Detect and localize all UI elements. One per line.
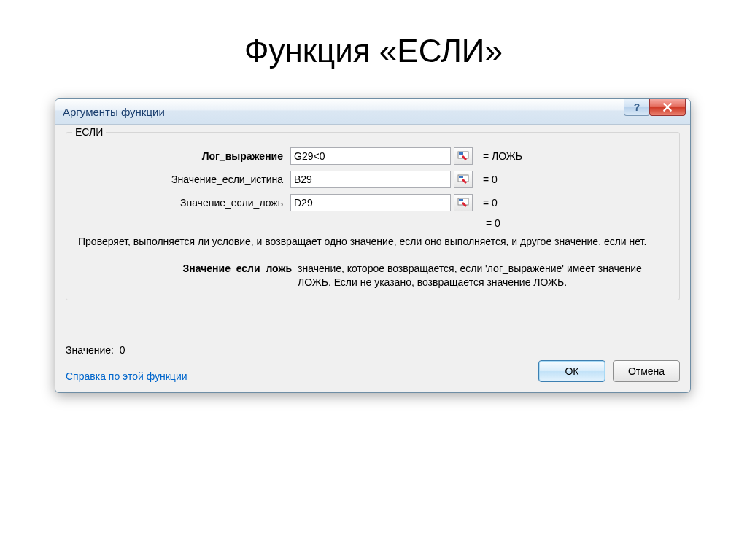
function-description: Проверяет, выполняется ли условие, и воз… (78, 235, 667, 249)
argument-result: = ЛОЖЬ (483, 150, 522, 162)
function-arguments-dialog: Аргументы функции ? ЕСЛИ Лог_выражение (55, 98, 691, 393)
argument-input-value-if-true[interactable] (290, 171, 451, 188)
argument-label: Значение_если_истина (75, 174, 290, 185)
close-button[interactable] (649, 99, 686, 116)
overall-result-row: = 0 (75, 217, 670, 229)
overall-result: = 0 (486, 217, 500, 229)
svg-rect-5 (459, 199, 463, 201)
argument-detail-label: Значение_если_ложь (78, 262, 298, 289)
argument-detail-text: значение, которое возвращается, если 'ло… (298, 262, 667, 289)
svg-rect-3 (459, 176, 463, 178)
argument-row: Значение_если_ложь = 0 (75, 194, 670, 211)
argument-row: Лог_выражение = ЛОЖЬ (75, 147, 670, 165)
argument-result: = 0 (483, 197, 498, 209)
collapse-dialog-button[interactable] (454, 147, 473, 165)
collapse-dialog-button[interactable] (454, 194, 473, 211)
close-icon (662, 102, 673, 112)
argument-result: = 0 (483, 174, 498, 185)
svg-rect-1 (459, 152, 463, 155)
argument-label: Значение_если_ложь (75, 197, 290, 209)
argument-input-value-if-false[interactable] (290, 194, 451, 211)
range-selector-icon (457, 174, 469, 184)
help-icon: ? (634, 101, 640, 113)
argument-detail: Значение_если_ложь значение, которое воз… (78, 262, 667, 289)
argument-row: Значение_если_истина = 0 (75, 171, 670, 188)
argument-input-logical-test[interactable] (290, 147, 451, 165)
slide-title: Функция «ЕСЛИ» (0, 33, 747, 69)
range-selector-icon (457, 198, 469, 208)
argument-label: Лог_выражение (75, 150, 290, 162)
titlebar[interactable]: Аргументы функции ? (55, 99, 690, 125)
collapse-dialog-button[interactable] (454, 171, 473, 188)
range-selector-icon (457, 151, 469, 161)
help-link[interactable]: Справка по этой функции (66, 370, 187, 382)
formula-result: Значение: 0 (66, 344, 187, 356)
help-button[interactable]: ? (624, 99, 650, 116)
cancel-button[interactable]: Отмена (613, 360, 680, 382)
function-name-label: ЕСЛИ (72, 126, 106, 138)
dialog-title: Аргументы функции (63, 106, 165, 118)
ok-button[interactable]: ОК (538, 360, 605, 382)
arguments-group: ЕСЛИ Лог_выражение = ЛОЖЬ (66, 132, 680, 300)
